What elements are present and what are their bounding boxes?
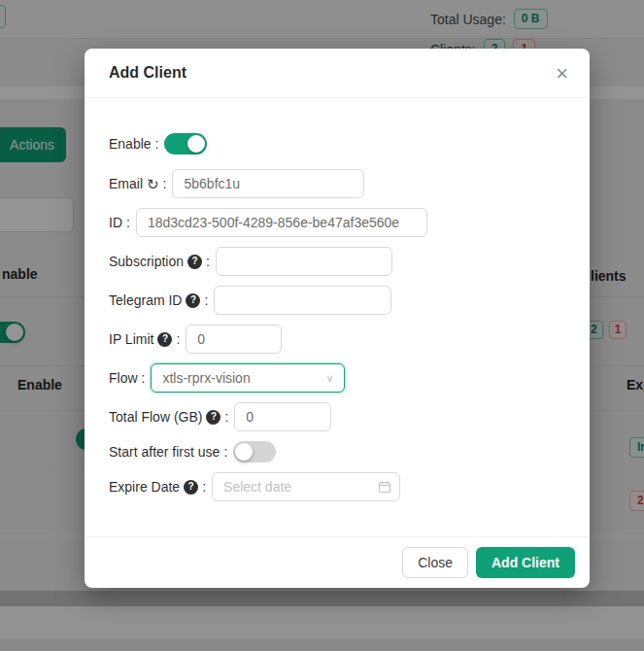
modal-header: Add Client × xyxy=(85,49,590,98)
telegram-id-label: Telegram ID?: xyxy=(109,292,208,308)
email-row: Email↻: xyxy=(109,169,565,198)
total-flow-field[interactable] xyxy=(234,402,331,431)
expire-date-label: Expire Date?: xyxy=(109,479,206,495)
add-client-form: Enable: Email↻: ID: Subscription?: Teleg… xyxy=(85,98,590,536)
toggle-knob xyxy=(235,443,253,461)
enable-label: Enable: xyxy=(109,136,158,152)
help-icon: ? xyxy=(157,332,172,347)
expire-date-field[interactable] xyxy=(212,472,400,501)
id-row: ID: xyxy=(109,208,565,237)
subscription-row: Subscription?: xyxy=(109,247,565,276)
enable-row: Enable: xyxy=(109,133,565,154)
help-icon: ? xyxy=(187,255,202,269)
subscription-label: Subscription?: xyxy=(109,254,210,269)
ip-limit-label: IP Limit?: xyxy=(109,331,180,347)
email-label: Email↻: xyxy=(109,176,166,191)
enable-toggle[interactable] xyxy=(164,133,207,154)
email-field[interactable] xyxy=(172,169,364,198)
start-after-first-use-row: Start after first use: xyxy=(109,441,565,463)
expire-date-row: Expire Date?: xyxy=(109,472,565,501)
total-flow-label: Total Flow (GB)?: xyxy=(109,409,228,425)
id-label: ID: xyxy=(109,215,130,230)
start-after-first-use-label: Start after first use: xyxy=(109,444,227,460)
flow-label: Flow: xyxy=(109,370,145,386)
ip-limit-field[interactable] xyxy=(186,325,282,354)
total-flow-row: Total Flow (GB)?: xyxy=(109,402,565,431)
chevron-down-icon: ∨ xyxy=(325,372,333,385)
telegram-id-field[interactable] xyxy=(214,286,391,315)
modal-title: Add Client xyxy=(109,64,186,82)
help-icon: ? xyxy=(186,293,200,308)
start-after-first-use-toggle[interactable] xyxy=(233,441,276,463)
close-icon[interactable]: × xyxy=(552,59,572,88)
expire-date-picker[interactable] xyxy=(212,472,400,501)
add-client-modal: Add Client × Enable: Email↻: ID: Subscri… xyxy=(85,49,590,588)
help-icon: ? xyxy=(184,480,198,495)
help-icon: ? xyxy=(206,410,220,425)
telegram-id-row: Telegram ID?: xyxy=(109,286,565,315)
close-button[interactable]: Close xyxy=(402,547,468,578)
flow-select-value: xtls-rprx-vision xyxy=(162,370,250,386)
id-field[interactable] xyxy=(136,208,427,237)
add-client-button[interactable]: Add Client xyxy=(476,547,575,578)
modal-footer: Close Add Client xyxy=(85,536,590,588)
toggle-knob xyxy=(187,135,205,153)
ip-limit-row: IP Limit?: xyxy=(109,325,565,354)
flow-row: Flow: xtls-rprx-vision ∨ xyxy=(109,363,565,393)
flow-select[interactable]: xtls-rprx-vision ∨ xyxy=(151,363,345,393)
refresh-icon[interactable]: ↻ xyxy=(147,177,159,191)
subscription-field[interactable] xyxy=(216,247,392,276)
